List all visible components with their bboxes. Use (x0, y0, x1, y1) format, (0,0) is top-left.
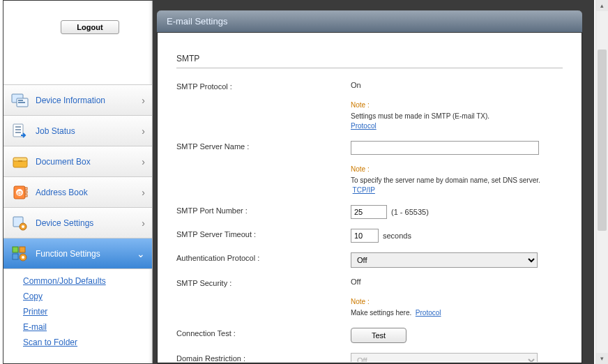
sidebar-item-label: Device Settings (36, 218, 142, 228)
subnav-email[interactable]: E-mail (23, 319, 152, 335)
sidebar-item-address-book[interactable]: @ Address Book › (3, 177, 152, 208)
value-smtp-protocol: On (351, 81, 563, 89)
svg-rect-6 (15, 129, 21, 130)
note-make-settings: Make settings here. (351, 309, 411, 317)
domain-restriction-select[interactable]: Off (351, 353, 538, 362)
svg-rect-20 (13, 247, 18, 252)
chevron-right-icon: › (142, 187, 145, 198)
section-title-smtp: SMTP (176, 54, 563, 68)
chevron-right-icon: › (142, 126, 145, 137)
label-smtp-timeout: SMTP Server Timeout : (176, 229, 351, 238)
tcpip-link[interactable]: TCP/IP (353, 186, 375, 194)
sidebar-item-device-information[interactable]: Device Information › (3, 85, 152, 116)
panel-title: E-mail Settings (157, 10, 582, 33)
port-range-hint: (1 - 65535) (391, 208, 429, 216)
chevron-right-icon: › (142, 218, 145, 229)
svg-rect-7 (15, 132, 21, 133)
app-window: Logout Device Information › Job Status › (3, 0, 594, 364)
svg-rect-16 (25, 195, 27, 197)
svg-rect-10 (18, 160, 22, 162)
device-information-icon (10, 91, 30, 110)
sidebar-item-label: Device Information (36, 96, 142, 105)
scroll-up-icon[interactable]: ▴ (596, 0, 608, 11)
sidebar-item-job-status[interactable]: Job Status › (3, 116, 152, 146)
smtp-timeout-input[interactable] (351, 229, 379, 243)
sidebar: Logout Device Information › Job Status › (3, 1, 153, 363)
content-area: E-mail Settings SMTP SMTP Protocol : On … (153, 1, 593, 363)
label-auth-protocol: Authentication Protocol : (176, 252, 351, 262)
note-label: Note : (351, 297, 563, 307)
svg-rect-5 (15, 126, 21, 128)
note-label: Note : (351, 100, 563, 110)
smtp-port-input[interactable] (351, 205, 387, 219)
device-settings-icon (10, 213, 30, 233)
subnav-copy[interactable]: Copy (23, 289, 152, 304)
subnav-common-job-defaults[interactable]: Common/Job Defaults (23, 273, 152, 289)
sidebar-item-label: Address Book (36, 188, 142, 197)
label-domain-restriction: Domain Restriction : (176, 353, 351, 362)
protocol-link[interactable]: Protocol (351, 122, 377, 130)
svg-rect-15 (25, 191, 27, 193)
scroll-down-icon[interactable]: ▾ (596, 353, 608, 364)
chevron-down-icon: ⌄ (137, 248, 145, 259)
svg-point-24 (22, 256, 24, 259)
sidebar-item-label: Document Box (36, 157, 142, 167)
sidebar-item-device-settings[interactable]: Device Settings › (3, 208, 152, 238)
chevron-right-icon: › (142, 95, 145, 106)
subnav-scan-to-folder[interactable]: Scan to Folder (23, 335, 152, 350)
svg-text:@: @ (17, 190, 22, 196)
sidebar-nav: Device Information › Job Status › Docume… (3, 84, 152, 354)
subnav-printer[interactable]: Printer (23, 304, 152, 319)
note-label: Note : (351, 165, 563, 174)
label-smtp-server-name: SMTP Server Name : (176, 141, 351, 151)
svg-point-19 (22, 225, 24, 228)
scroll-thumb[interactable] (598, 50, 607, 231)
test-button[interactable]: Test (351, 328, 406, 343)
protocol-link-2[interactable]: Protocol (416, 309, 441, 317)
svg-rect-22 (13, 254, 18, 259)
settings-panel: E-mail Settings SMTP SMTP Protocol : On … (157, 10, 582, 363)
svg-rect-2 (18, 100, 23, 101)
svg-rect-14 (25, 188, 27, 190)
document-box-icon (10, 152, 30, 172)
timeout-unit: seconds (383, 232, 411, 240)
sidebar-item-function-settings[interactable]: Function Settings ⌄ (3, 238, 152, 269)
value-smtp-security: Off (351, 278, 563, 286)
sidebar-subnav: Common/Job Defaults Copy Printer E-mail … (3, 269, 152, 354)
address-book-icon: @ (10, 183, 30, 202)
chevron-right-icon: › (142, 156, 145, 167)
label-smtp-port: SMTP Port Number : (176, 205, 351, 215)
auth-protocol-select[interactable]: Off (351, 252, 538, 268)
svg-rect-21 (20, 247, 25, 252)
function-settings-icon (10, 244, 30, 264)
job-status-icon (10, 121, 30, 141)
logout-button[interactable]: Logout (61, 20, 119, 34)
sidebar-item-document-box[interactable]: Document Box › (3, 146, 152, 177)
smtp-server-name-input[interactable] (351, 141, 539, 155)
label-connection-test: Connection Test : (176, 328, 351, 338)
note-dns: To specify the server name by domain nam… (351, 176, 540, 184)
label-smtp-security: SMTP Security : (176, 278, 351, 287)
browser-scrollbar[interactable]: ▴ ▾ (595, 0, 608, 364)
label-smtp-protocol: SMTP Protocol : (176, 81, 351, 91)
sidebar-item-label: Job Status (36, 126, 142, 136)
sidebar-item-label: Function Settings (36, 249, 137, 259)
svg-rect-3 (18, 102, 25, 103)
note-smtp-tx: Settings must be made in SMTP (E-mail TX… (351, 112, 489, 120)
